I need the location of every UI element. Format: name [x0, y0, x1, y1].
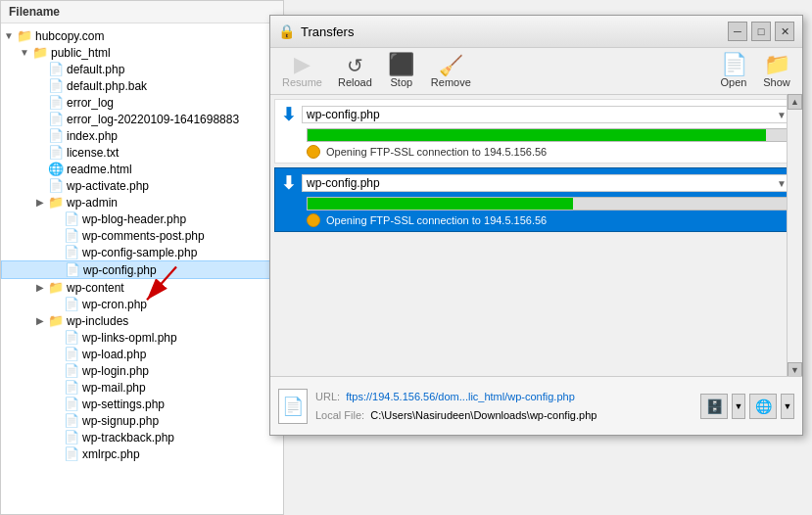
dialog-controls: ─ □ ✕ — [728, 22, 794, 41]
reload-label: Reload — [338, 76, 372, 88]
transfers-scrollbar[interactable]: ▲ ▼ — [787, 94, 802, 378]
transfers-toolbar: ▶ Resume ↺ Reload ⬛ Stop 🧹 Remove 📄 Open… — [270, 48, 802, 95]
status-row: Opening FTP-SSL connection to 194.5.156.… — [307, 145, 791, 159]
toggle-icon: ▶ — [32, 315, 48, 326]
tree-item-wp_admin[interactable]: ▶📁wp-admin — [1, 194, 283, 211]
transfers-dialog: 🔒 Transfers ─ □ ✕ ▶ Resume ↺ Reload ⬛ St… — [269, 15, 803, 436]
tree-label: wp-blog-header.php — [82, 212, 186, 226]
file-icon: 📄 — [64, 297, 79, 311]
stop-label: Stop — [391, 76, 413, 88]
tree-label: error_log-20220109-1641698883 — [67, 113, 239, 126]
progress-bar-container — [307, 128, 791, 142]
tree-item-wp_mail[interactable]: 📄wp-mail.php — [1, 379, 283, 396]
file-icon: 📄 — [48, 112, 64, 126]
tree-item-hubcopy[interactable]: ▼📁hubcopy.com — [1, 27, 283, 44]
transfer-item-2[interactable]: ⬇ wp-config.php ▼ Opening FTP-SSL connec… — [274, 167, 798, 232]
tree-item-xmlrpc[interactable]: 📄xmlrpc.php — [1, 445, 283, 462]
toolbar-right: 📄 Open 📁 Show — [716, 52, 794, 90]
tree-item-wp_config[interactable]: 📄wp-config.php — [1, 260, 283, 279]
dialog-title-left: 🔒 Transfers — [278, 23, 354, 39]
tree-item-error_log[interactable]: 📄error_log — [1, 94, 283, 111]
tree-label: xmlrpc.php — [82, 447, 140, 461]
file-icon: 📄 — [64, 211, 79, 226]
status-action-globe-icon[interactable]: 🌐 — [749, 394, 777, 419]
tree-label: default.php.bak — [67, 79, 147, 93]
folder-icon: 📁 — [48, 195, 64, 210]
tree-label: readme.html — [67, 163, 132, 176]
file-type-icon: 📄 — [278, 389, 308, 424]
file-tree: ▼📁hubcopy.com▼📁public_html📄default.php📄d… — [1, 23, 283, 511]
stop-button[interactable]: ⬛ Stop — [384, 52, 419, 90]
tree-label: license.txt — [67, 146, 119, 160]
transfer-header: ⬇ wp-config.php ▼ — [281, 172, 791, 194]
file-icon: 📄 — [64, 363, 79, 378]
tree-label: public_html — [51, 46, 111, 60]
close-button[interactable]: ✕ — [775, 22, 794, 41]
download-arrow-icon: ⬇ — [281, 172, 296, 194]
tree-item-wp_login[interactable]: 📄wp-login.php — [1, 362, 283, 379]
tree-item-index_php[interactable]: 📄index.php — [1, 127, 283, 144]
tree-item-wp_includes[interactable]: ▶📁wp-includes — [1, 312, 283, 329]
scroll-up[interactable]: ▲ — [788, 94, 802, 110]
tree-label: wp-includes — [67, 314, 128, 328]
minimize-button[interactable]: ─ — [728, 22, 747, 41]
tree-item-wp_cron[interactable]: 📄wp-cron.php — [1, 296, 283, 312]
status-action-dropdown[interactable]: ▼ — [732, 394, 745, 419]
tree-item-wp_links_opml[interactable]: 📄wp-links-opml.php — [1, 329, 283, 346]
file-icon: 📄 — [64, 397, 79, 411]
tree-item-wp_trackback[interactable]: 📄wp-trackback.php — [1, 429, 283, 445]
status-dot — [307, 213, 320, 227]
tree-item-public_html[interactable]: ▼📁public_html — [1, 44, 283, 61]
tree-label: wp-mail.php — [82, 381, 146, 395]
download-arrow-icon: ⬇ — [281, 104, 296, 125]
progress-bar-container — [307, 197, 791, 211]
filename-dropdown-arrow: ▼ — [777, 178, 787, 189]
tree-item-default_php[interactable]: 📄default.php — [1, 61, 283, 77]
resume-button[interactable]: ▶ Resume — [278, 52, 326, 90]
resume-label: Resume — [282, 76, 322, 88]
tree-label: wp-links-opml.php — [82, 331, 177, 345]
tree-item-wp_comments_post[interactable]: 📄wp-comments-post.php — [1, 227, 283, 244]
status-actions: 🗄️ ▼ 🌐 ▼ — [700, 394, 794, 419]
transfer-filename: wp-config.php ▼ — [302, 106, 791, 123]
dialog-titlebar: 🔒 Transfers ─ □ ✕ — [270, 16, 802, 48]
tree-item-wp_activate[interactable]: 📄wp-activate.php — [1, 177, 283, 194]
show-button[interactable]: 📁 Show — [759, 52, 794, 90]
reload-button[interactable]: ↺ Reload — [334, 54, 376, 90]
tree-label: hubcopy.com — [35, 29, 104, 43]
open-button[interactable]: 📄 Open — [716, 52, 751, 90]
tree-item-wp_settings[interactable]: 📄wp-settings.php — [1, 396, 283, 412]
tree-item-error_log2[interactable]: 📄error_log-20220109-1641698883 — [1, 111, 283, 127]
open-label: Open — [721, 76, 747, 88]
tree-item-wp_content[interactable]: ▶📁wp-content — [1, 279, 283, 296]
tree-item-wp_blog_header[interactable]: 📄wp-blog-header.php — [1, 211, 283, 227]
transfer-item-1[interactable]: ⬇ wp-config.php ▼ Opening FTP-SSL connec… — [274, 99, 798, 164]
filename-text: wp-config.php — [307, 108, 380, 121]
tree-item-default_php_bak[interactable]: 📄default.php.bak — [1, 77, 283, 94]
local-label: Local File: — [315, 409, 364, 421]
status-action-db-icon[interactable]: 🗄️ — [700, 394, 728, 419]
tree-label: default.php — [67, 63, 124, 76]
status-dot — [307, 145, 320, 159]
tree-label: wp-config-sample.php — [82, 246, 197, 259]
url-value: ftps://194.5.156.56/dom...lic_html/wp-co… — [346, 391, 575, 402]
reload-icon: ↺ — [347, 56, 363, 75]
tree-item-readme_html[interactable]: 🌐readme.html — [1, 161, 283, 177]
tree-label: index.php — [67, 129, 118, 143]
file-icon: 📄 — [48, 128, 64, 143]
tree-item-wp_signup[interactable]: 📄wp-signup.php — [1, 412, 283, 429]
file-icon: 📄 — [65, 262, 80, 277]
status-text: Opening FTP-SSL connection to 194.5.156.… — [326, 146, 547, 158]
status-globe-dropdown[interactable]: ▼ — [781, 394, 794, 419]
progress-bar-fill — [308, 129, 766, 141]
tree-label: wp-signup.php — [82, 414, 159, 428]
file-icon: 📄 — [64, 430, 79, 445]
status-row: Opening FTP-SSL connection to 194.5.156.… — [307, 213, 791, 227]
show-icon: 📁 — [764, 54, 790, 75]
folder-icon: 📁 — [48, 280, 64, 295]
tree-item-wp_load[interactable]: 📄wp-load.php — [1, 346, 283, 362]
remove-button[interactable]: 🧹 Remove — [427, 54, 475, 90]
tree-item-license_txt[interactable]: 📄license.txt — [1, 144, 283, 161]
tree-item-wp_config_sample[interactable]: 📄wp-config-sample.php — [1, 244, 283, 260]
maximize-button[interactable]: □ — [751, 22, 771, 41]
